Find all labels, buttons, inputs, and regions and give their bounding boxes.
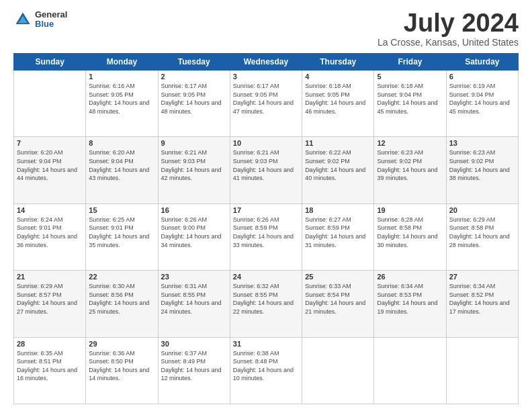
day-number: 19 [377, 206, 443, 214]
calendar-cell: 19Sunrise: 6:28 AM Sunset: 8:58 PM Dayli… [374, 203, 446, 270]
calendar-cell: 26Sunrise: 6:34 AM Sunset: 8:53 PM Dayli… [374, 271, 446, 337]
calendar-cell: 16Sunrise: 6:26 AM Sunset: 9:00 PM Dayli… [158, 203, 230, 270]
title-area: July 2024 La Crosse, Kansas, United Stat… [378, 10, 519, 48]
day-info: Sunrise: 6:18 AM Sunset: 9:05 PM Dayligh… [305, 82, 371, 116]
calendar-week: 28Sunrise: 6:35 AM Sunset: 8:51 PM Dayli… [14, 337, 519, 404]
day-info: Sunrise: 6:32 AM Sunset: 8:55 PM Dayligh… [233, 282, 299, 316]
day-number: 17 [233, 206, 299, 214]
day-info: Sunrise: 6:23 AM Sunset: 9:02 PM Dayligh… [377, 148, 443, 182]
calendar-cell: 11Sunrise: 6:22 AM Sunset: 9:02 PM Dayli… [302, 137, 374, 203]
calendar-cell: 31Sunrise: 6:38 AM Sunset: 8:48 PM Dayli… [230, 337, 302, 404]
calendar-cell: 10Sunrise: 6:21 AM Sunset: 9:03 PM Dayli… [230, 137, 302, 203]
day-info: Sunrise: 6:30 AM Sunset: 8:56 PM Dayligh… [89, 282, 154, 316]
day-info: Sunrise: 6:29 AM Sunset: 8:57 PM Dayligh… [17, 282, 83, 316]
calendar-week: 21Sunrise: 6:29 AM Sunset: 8:57 PM Dayli… [14, 271, 519, 337]
logo-general: General [35, 10, 67, 19]
calendar-cell: 24Sunrise: 6:32 AM Sunset: 8:55 PM Dayli… [230, 271, 302, 337]
day-info: Sunrise: 6:31 AM Sunset: 8:55 PM Dayligh… [161, 282, 227, 316]
day-number: 6 [449, 73, 515, 81]
calendar-cell: 20Sunrise: 6:29 AM Sunset: 8:58 PM Dayli… [446, 203, 518, 270]
day-number: 30 [161, 340, 227, 348]
calendar-cell: 1Sunrise: 6:16 AM Sunset: 9:05 PM Daylig… [86, 71, 158, 137]
day-number: 10 [233, 139, 299, 147]
logo-icon [13, 10, 32, 29]
calendar-cell: 6Sunrise: 6:19 AM Sunset: 9:04 PM Daylig… [446, 71, 518, 137]
day-info: Sunrise: 6:20 AM Sunset: 9:04 PM Dayligh… [89, 148, 154, 182]
day-info: Sunrise: 6:19 AM Sunset: 9:04 PM Dayligh… [449, 82, 515, 116]
calendar: SundayMondayTuesdayWednesdayThursdayFrid… [13, 53, 519, 404]
day-info: Sunrise: 6:29 AM Sunset: 8:58 PM Dayligh… [449, 216, 515, 249]
day-info: Sunrise: 6:16 AM Sunset: 9:05 PM Dayligh… [89, 82, 154, 116]
day-number: 18 [305, 206, 371, 214]
day-number: 14 [17, 206, 83, 214]
logo-blue: Blue [35, 19, 67, 29]
day-info: Sunrise: 6:24 AM Sunset: 9:01 PM Dayligh… [17, 216, 83, 249]
calendar-cell: 14Sunrise: 6:24 AM Sunset: 9:01 PM Dayli… [14, 203, 86, 270]
calendar-cell: 18Sunrise: 6:27 AM Sunset: 8:59 PM Dayli… [302, 203, 374, 270]
calendar-week: 1Sunrise: 6:16 AM Sunset: 9:05 PM Daylig… [14, 71, 519, 137]
day-number: 11 [305, 139, 371, 147]
day-info: Sunrise: 6:22 AM Sunset: 9:02 PM Dayligh… [305, 148, 371, 182]
day-number: 4 [305, 73, 371, 81]
day-info: Sunrise: 6:37 AM Sunset: 8:49 PM Dayligh… [161, 349, 227, 383]
day-info: Sunrise: 6:25 AM Sunset: 9:01 PM Dayligh… [89, 216, 154, 249]
day-number: 13 [449, 139, 515, 147]
calendar-cell: 25Sunrise: 6:33 AM Sunset: 8:54 PM Dayli… [302, 271, 374, 337]
day-number: 25 [305, 273, 371, 281]
day-header: Thursday [302, 54, 374, 71]
day-info: Sunrise: 6:18 AM Sunset: 9:04 PM Dayligh… [377, 82, 443, 116]
day-number: 29 [89, 340, 154, 348]
calendar-cell: 3Sunrise: 6:17 AM Sunset: 9:05 PM Daylig… [230, 71, 302, 137]
day-info: Sunrise: 6:35 AM Sunset: 8:51 PM Dayligh… [17, 349, 83, 383]
calendar-cell: 27Sunrise: 6:34 AM Sunset: 8:52 PM Dayli… [446, 271, 518, 337]
day-info: Sunrise: 6:33 AM Sunset: 8:54 PM Dayligh… [305, 282, 371, 316]
location: La Crosse, Kansas, United States [378, 37, 519, 48]
day-info: Sunrise: 6:17 AM Sunset: 9:05 PM Dayligh… [161, 82, 227, 116]
day-header: Wednesday [230, 54, 302, 71]
day-number: 7 [17, 139, 83, 147]
day-number: 24 [233, 273, 299, 281]
header-row: SundayMondayTuesdayWednesdayThursdayFrid… [14, 54, 519, 71]
calendar-cell: 29Sunrise: 6:36 AM Sunset: 8:50 PM Dayli… [86, 337, 158, 404]
calendar-cell [14, 71, 86, 137]
day-number: 15 [89, 206, 154, 214]
day-number: 5 [377, 73, 443, 81]
day-info: Sunrise: 6:34 AM Sunset: 8:52 PM Dayligh… [449, 282, 515, 316]
day-info: Sunrise: 6:28 AM Sunset: 8:58 PM Dayligh… [377, 216, 443, 249]
calendar-week: 7Sunrise: 6:20 AM Sunset: 9:04 PM Daylig… [14, 137, 519, 203]
day-info: Sunrise: 6:20 AM Sunset: 9:04 PM Dayligh… [17, 148, 83, 182]
day-info: Sunrise: 6:21 AM Sunset: 9:03 PM Dayligh… [161, 148, 227, 182]
logo-text: General Blue [35, 10, 67, 30]
calendar-cell: 7Sunrise: 6:20 AM Sunset: 9:04 PM Daylig… [14, 137, 86, 203]
logo: General Blue [13, 10, 67, 30]
header: General Blue July 2024 La Crosse, Kansas… [13, 10, 519, 48]
calendar-cell: 17Sunrise: 6:26 AM Sunset: 8:59 PM Dayli… [230, 203, 302, 270]
calendar-cell: 12Sunrise: 6:23 AM Sunset: 9:02 PM Dayli… [374, 137, 446, 203]
day-number: 3 [233, 73, 299, 81]
day-info: Sunrise: 6:17 AM Sunset: 9:05 PM Dayligh… [233, 82, 299, 116]
calendar-cell: 30Sunrise: 6:37 AM Sunset: 8:49 PM Dayli… [158, 337, 230, 404]
day-number: 22 [89, 273, 154, 281]
day-number: 2 [161, 73, 227, 81]
calendar-cell [446, 337, 518, 404]
day-number: 8 [89, 139, 154, 147]
day-number: 21 [17, 273, 83, 281]
day-info: Sunrise: 6:36 AM Sunset: 8:50 PM Dayligh… [89, 349, 154, 383]
calendar-cell: 13Sunrise: 6:23 AM Sunset: 9:02 PM Dayli… [446, 137, 518, 203]
day-number: 23 [161, 273, 227, 281]
day-header: Tuesday [158, 54, 230, 71]
calendar-cell: 28Sunrise: 6:35 AM Sunset: 8:51 PM Dayli… [14, 337, 86, 404]
calendar-cell: 15Sunrise: 6:25 AM Sunset: 9:01 PM Dayli… [86, 203, 158, 270]
day-info: Sunrise: 6:23 AM Sunset: 9:02 PM Dayligh… [449, 148, 515, 182]
page: General Blue July 2024 La Crosse, Kansas… [0, 0, 532, 411]
day-number: 16 [161, 206, 227, 214]
day-number: 1 [89, 73, 154, 81]
calendar-cell: 23Sunrise: 6:31 AM Sunset: 8:55 PM Dayli… [158, 271, 230, 337]
calendar-cell [302, 337, 374, 404]
day-number: 26 [377, 273, 443, 281]
calendar-week: 14Sunrise: 6:24 AM Sunset: 9:01 PM Dayli… [14, 203, 519, 270]
day-number: 9 [161, 139, 227, 147]
day-number: 31 [233, 340, 299, 348]
day-header: Saturday [446, 54, 518, 71]
day-info: Sunrise: 6:21 AM Sunset: 9:03 PM Dayligh… [233, 148, 299, 182]
